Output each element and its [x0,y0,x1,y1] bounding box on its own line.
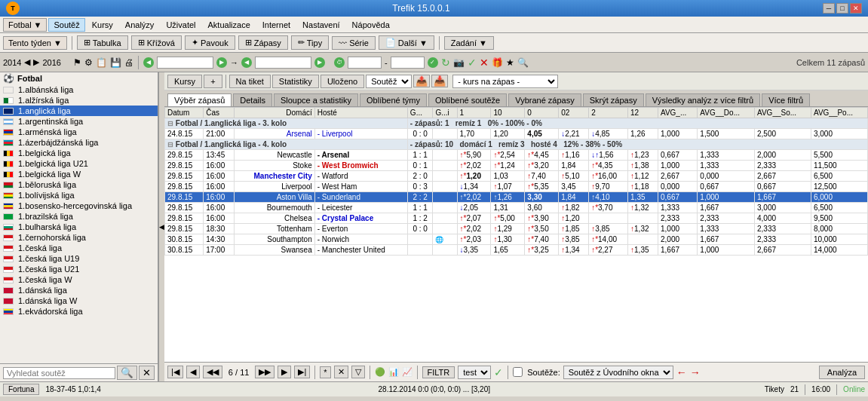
cell-home[interactable]: Stoke [234,161,314,171]
zapasy-button[interactable]: ⊞ Zápasy [238,35,288,50]
prev5-btn[interactable]: ◀◀ [203,366,222,378]
menu-uzivatel[interactable]: Uživatel [161,18,201,32]
tab-vybrane-zapasy[interactable]: Vybrané zápasy [508,93,581,106]
league-armenska[interactable]: 1.arménská liga [0,127,158,137]
arrow-left-nav[interactable]: ← [676,366,687,378]
soutez-select[interactable]: Soutěž [366,75,412,88]
tipy-button[interactable]: ✏ Tipy [291,35,329,50]
nav-x[interactable]: ✕ [334,366,348,378]
cell-away[interactable]: - Everton [314,224,407,234]
nav-filter[interactable]: ▽ [351,366,365,378]
menu-internet[interactable]: Internet [257,18,296,32]
prev-date2-btn[interactable]: ◀ [241,57,252,68]
tab-skryt-zapasy[interactable]: Skrýt zápasy [583,93,644,106]
col-10[interactable]: 10 [491,108,525,118]
live-icon2[interactable]: 📊 [388,367,399,377]
league-search-input[interactable] [3,367,115,379]
cell-away[interactable]: - Crystal Palace [314,213,407,224]
cell-home[interactable]: Southampton [234,234,314,245]
cell-home[interactable]: Chelsea [234,213,314,224]
statistiky-button[interactable]: Statistiky [272,75,319,88]
league-ceska[interactable]: 1.česká liga [0,243,158,253]
league-search-button[interactable]: 🔍 [117,366,137,380]
col-2[interactable]: 2 [589,108,628,118]
league-cernohorksa[interactable]: 1.černohorská liga [0,232,158,243]
cell-away[interactable]: - West Bromwich [314,161,407,171]
cell-home[interactable]: Bournemouth [234,203,314,213]
cell-away[interactable]: - Watford [314,171,407,182]
title-controls[interactable]: ─ □ ✕ [823,3,862,14]
filter-dropdown[interactable]: test [458,366,491,379]
copy-icon[interactable]: 📋 [96,57,107,68]
cell-away[interactable]: - Manchester United [314,245,407,256]
col-02[interactable]: 02 [559,108,589,118]
time-to-input[interactable]: 07:00 [391,57,425,69]
league-fotbal[interactable]: ⚽ Fotbal [0,72,158,84]
tabulka-button[interactable]: ⊞ Tabulka [77,35,128,50]
cell-home[interactable]: Arsenal [234,129,314,139]
col-g1[interactable]: G... [407,108,433,118]
cell-away[interactable]: - Arsenal [314,150,407,161]
tab-oblibene-tymy[interactable]: Oblíbené týmy [360,93,427,106]
menu-aktualizace[interactable]: Aktualizace [203,18,256,32]
cell-home[interactable]: Aston Villa [234,192,314,203]
cell-away[interactable]: - Leicester [314,203,407,213]
col-1[interactable]: 1 [457,108,491,118]
col-avg-so[interactable]: AVG__So... [755,108,811,118]
live-icon1[interactable]: 🟢 [375,367,385,377]
nav-asterisk[interactable]: * [320,366,330,378]
col-gi[interactable]: G...i [433,108,457,118]
menu-nastaveni[interactable]: Nastavení [297,18,345,32]
year-plus-icon[interactable]: ▶ [33,57,39,67]
kurs-select[interactable]: - kurs na zápas - [452,75,558,88]
souteze-checkbox[interactable] [513,367,523,377]
star-icon[interactable]: ★ [506,57,514,68]
live-icon3[interactable]: 📈 [402,367,413,377]
expand2-icon[interactable]: ⊟ [167,141,173,148]
league-belgicka-u21[interactable]: 1.belgická liga U21 [0,158,158,169]
time-from-input[interactable]: 00:00 [348,57,382,69]
col-avg-do[interactable]: AVG__Do... [698,108,755,118]
last-page-btn[interactable]: ▶| [294,366,310,378]
cell-home[interactable]: Liverpool [234,182,314,192]
date-to-input[interactable]: 31. 8.2015 [255,57,311,69]
next-date-btn[interactable]: ▶ [216,57,227,68]
league-ceska-u19[interactable]: 1.česká liga U19 [0,253,158,264]
print-icon[interactable]: 🖨 [124,57,133,68]
analyza-button[interactable]: Analýza [819,366,865,379]
minimize-button[interactable]: ─ [823,3,835,14]
next-page-btn[interactable]: ▶ [278,366,291,378]
cell-away[interactable]: - Norwich [314,234,407,245]
date-from-input[interactable]: 24. 8.2015 [157,57,213,69]
pavouk-button[interactable]: ✦ Pavouk [185,35,235,50]
league-belgicka[interactable]: 1.belgická liga [0,148,158,158]
league-beloruska[interactable]: 1.běloruská liga [0,179,158,190]
league-ceska-w[interactable]: 1.česká liga W [0,274,158,285]
col-cas[interactable]: Čas [204,108,235,118]
maximize-button[interactable]: □ [836,3,848,14]
menu-soutez[interactable]: Soutěž [48,18,84,32]
prev-date-btn[interactable]: ◀ [143,57,154,68]
menu-fotbal[interactable]: Fotbal ▼ [3,18,47,32]
next5-btn[interactable]: ▶▶ [255,366,275,378]
tab-vyber[interactable]: Výběr zápasů [167,93,232,106]
col-hoste[interactable]: Hosté [314,108,407,118]
league-danska[interactable]: 1.dánská liga [0,285,158,295]
cell-home[interactable]: Swansea [234,245,314,256]
menu-kursy[interactable]: Kursy [87,18,118,32]
time-icon[interactable]: ⏱ [334,57,345,68]
col-avg[interactable]: AVG_... [658,108,697,118]
tab-vysledky-analyz[interactable]: Výsledky analýz z více filtrů [646,93,761,106]
year-minus-icon[interactable]: ◀ [24,57,30,67]
tab-oblibene-souteze[interactable]: Oblíbené soutěže [428,93,507,106]
col-0[interactable]: 0 [525,108,559,118]
league-bolivijska[interactable]: 1.bolívijská liga [0,190,158,200]
league-ekvadorska[interactable]: 1.ekvádorská liga [0,306,158,317]
menu-analyzy[interactable]: Analýzy [120,18,160,32]
col-avg-po[interactable]: AVG__Po... [811,108,867,118]
cell-away[interactable]: - West Ham [314,182,407,192]
league-alzirska[interactable]: 1.alžírská liga [0,95,158,106]
col-domaci[interactable]: Domácí [234,108,314,118]
close-button[interactable]: ✕ [850,3,862,14]
league-argentinska[interactable]: 1.argentinská liga [0,116,158,127]
